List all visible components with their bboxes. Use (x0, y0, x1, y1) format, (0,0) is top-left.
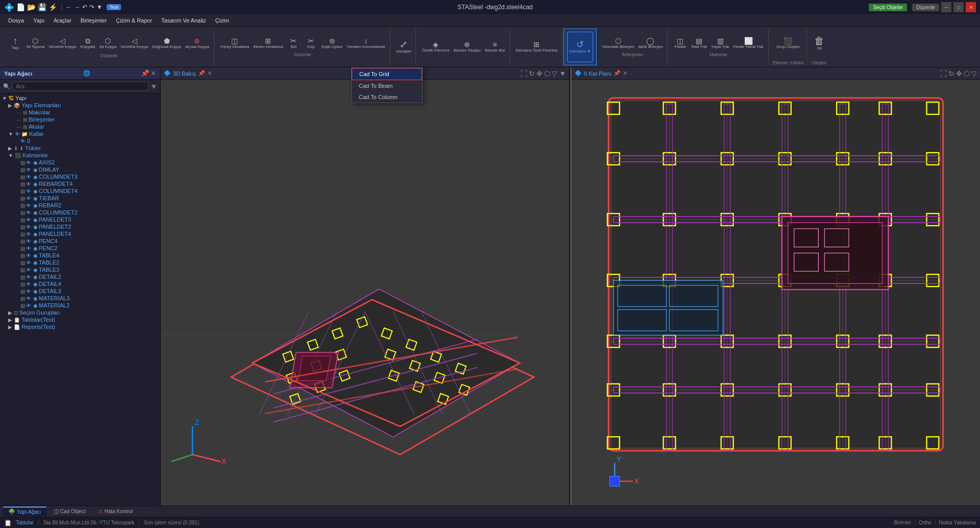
vp2d-filter[interactable]: ▽ (971, 69, 977, 78)
tree-layer-table4[interactable]: ▤ 👁 ◉ TABLE4 (0, 252, 160, 259)
tree-item-makrolar[interactable]: — ⊞ Makrolar (0, 109, 160, 116)
tb-simetrik-kopya2[interactable]: ◁ Simetrik Kopya (119, 36, 150, 50)
search-dropdown-button[interactable]: ▼ (151, 83, 157, 90)
tb-3dtasima[interactable]: ⬡ 3d Taşıma (24, 36, 46, 50)
tree-layer-material3[interactable]: ▤ 👁 ◉ MATERIAL3 (0, 295, 160, 302)
canvas-2d[interactable]: Y X (572, 80, 980, 506)
tree-item-katmanlar[interactable]: ▼ ⬛ Katmanlar (0, 152, 160, 159)
tb-donustur[interactable]: ↺ Dönüştür ▼ (567, 32, 593, 62)
tree-item-tablolar[interactable]: ▶ 📋 Tablolar(Test) (0, 316, 160, 323)
tree-layer-tiebar[interactable]: ▤ 👁 ◉ TIEBAR (0, 195, 160, 202)
tree-layer-paneldet3[interactable]: ▤ 👁 ◉ PANELDET3 (0, 216, 160, 223)
viewport-3d-pin[interactable]: 📌 (198, 70, 205, 77)
close-button[interactable]: ✕ (966, 2, 976, 12)
tree-layer-paneldet2[interactable]: ▤ 👁 ◉ PANELDET2 (0, 223, 160, 230)
tree-item-yapi-elemanlari[interactable]: ▶ 📦 Yapı Elemanları (0, 102, 160, 109)
tb-yuzey-hizalama[interactable]: ◫ Yüzey Hizalama (218, 36, 251, 50)
tree-layer-rebar2[interactable]: ▤ 👁 ◉ REBAR2 (0, 202, 160, 209)
tree-layer-dimlay[interactable]: ▤ 👁 ◉ DIMLAY (0, 166, 160, 173)
tree-layer-penc2[interactable]: ▤ 👁 ◉ PENC2 (0, 245, 160, 252)
seciobje-button[interactable]: Seçili Objeler (869, 4, 907, 11)
vp3d-cube[interactable]: ⬡ (544, 69, 550, 78)
tb-benzer-bul[interactable]: ≡ Benzer Bul (483, 40, 506, 54)
viewport-2d[interactable]: 🔷 0 Kat Planı 📌 ✕ ⛶ ↻ ✥ ⬡ ▽ (572, 67, 980, 506)
menu-birlesimler[interactable]: Birleşimler (77, 16, 111, 25)
tree-layer-axis2[interactable]: ▤ 👁 ◉ AXIS2 (0, 159, 160, 166)
sidebar-pin-button[interactable]: 📌 (141, 69, 150, 77)
tb-yeniden-konum[interactable]: ↕ Yeniden Konumlandır (345, 36, 387, 50)
tb-genislet[interactable]: ⤢ Genişlet (395, 32, 412, 62)
tab-yapi-agaci[interactable]: 🌳 Yapı Ağacı (3, 507, 46, 516)
tree-layer-material2[interactable]: ▤ 👁 ◉ MATERIAL2 (0, 302, 160, 309)
tree-item-birlesimler[interactable]: — ⊞ Birleşimler (0, 116, 160, 123)
tb-eksen-hizalama[interactable]: ⊞ Eksen Hizalama (252, 36, 285, 50)
tree-layer-table3[interactable]: ▤ 👁 ◉ TABLE3 (0, 266, 160, 273)
tb-kopya[interactable]: ⧉ Kopyala (79, 36, 97, 50)
viewport-2d-close[interactable]: ✕ (623, 70, 627, 77)
vp2d-orbit[interactable]: ↻ (948, 69, 954, 78)
tb-akilli-birlesim[interactable]: ◯ Akıllı Birleşim (636, 36, 664, 50)
tb-elemane-ozel[interactable]: ⊞ Elemane Özel Pencere (514, 32, 559, 62)
tb-perde-yanal[interactable]: ⬜ Perde Yanal Yük (732, 36, 765, 50)
tb-tekil-yuk[interactable]: ▤ Tekil Yük (689, 36, 708, 50)
tree-item-yukler[interactable]: ▶ ⬇ ⬇ Yükler (0, 145, 160, 152)
menu-yapi[interactable]: Yapı (29, 16, 48, 25)
tree-item-secim-gurup[interactable]: ▶ ⊡ Seçim Gurupları (0, 309, 160, 316)
vp2d-fullscreen[interactable]: ⛶ (940, 69, 947, 78)
tb-yayik-yuk[interactable]: ▥ Yayık Yük (709, 36, 730, 50)
menu-item-cad-to-beam[interactable]: Cad To Beam (352, 80, 422, 91)
tb-benzer-olustur[interactable]: ⊕ Benzer Oluştur (452, 40, 482, 54)
tree-layer-columndet4[interactable]: ▤ 👁 ◉ COLUMNDET4 (0, 187, 160, 195)
viewport-2d-pin[interactable]: 📌 (614, 70, 621, 77)
vp3d-fullscreen[interactable]: ⛶ (520, 69, 527, 78)
menu-araclar[interactable]: Araçlar (50, 16, 76, 25)
canvas-3d[interactable]: aks a çevrilmek istenen çizigi veya çizg… (161, 80, 569, 506)
tree-layer-detail4[interactable]: ▤ 👁 ◉ DETAIL4 (0, 280, 160, 287)
tb-eslik-uydur[interactable]: ⊜ Eşlik Uydur (320, 36, 344, 50)
duzenle-button[interactable]: Düzenle (912, 4, 939, 11)
vp3d-pan[interactable]: ✥ (536, 69, 543, 78)
sidebar-close-button[interactable]: ✕ (151, 69, 156, 77)
tb-simetrik-kopya[interactable]: ◁ Simetrik Kopya (47, 36, 78, 50)
menu-tasarim[interactable]: Tasarım Ve Analiz (157, 16, 210, 25)
tree-layer-rebardet4[interactable]: ▤ 👁 ◉ REBARDET4 (0, 180, 160, 187)
viewport-3d[interactable]: 🔷 3D Bakış 📌 ✕ ⛶ ↻ ✥ ⬡ ▽ ▼ aks a çevrilm… (161, 67, 570, 506)
tb-dogsal-kopya[interactable]: ⬟ Doğrusal Kopya (151, 36, 183, 50)
tree-layer-paneldet4[interactable]: ▤ 👁 ◉ PANELDET4 (0, 230, 160, 237)
tb-bol[interactable]: ✂ Böl (285, 36, 302, 50)
tb-3dkopya[interactable]: ⬡ 3d Kopya (97, 36, 118, 50)
vp3d-more[interactable]: ▼ (559, 69, 566, 78)
tb-otomatik-birlesim[interactable]: ⬡ Otomatik Birleşim (601, 36, 636, 50)
tree-layer-detail2[interactable]: ▤ 👁 ◉ DETAIL2 (0, 273, 160, 280)
tree-item-katlar[interactable]: ▼ 👁 📁 Katlar (0, 130, 160, 137)
tree-item-yapi[interactable]: ▼ 🏗 Yapı (0, 94, 160, 102)
menu-cizim-rapor[interactable]: Çizim & Rapor (112, 16, 156, 25)
menu-cizim[interactable]: Çizim (211, 16, 234, 25)
tree-layer-detail3[interactable]: ▤ 👁 ◉ DETAIL3 (0, 287, 160, 295)
tb-sil[interactable]: 🗑 Sil (811, 29, 827, 58)
vp3d-filter[interactable]: ▽ (552, 69, 557, 78)
tree-item-reports[interactable]: ▶ 📄 Reports(Test) (0, 323, 160, 330)
vp2d-cube[interactable]: ⬡ (964, 69, 970, 78)
tb-ozelik[interactable]: ◈ Özelik Pencere (420, 40, 451, 54)
viewport-3d-close[interactable]: ✕ (207, 70, 212, 77)
tree-layer-columndet3[interactable]: ▤ 👁 ◉ COLUMNDET3 (0, 173, 160, 180)
minimize-button[interactable]: ─ (941, 2, 951, 12)
menu-item-cad-to-grid[interactable]: Cad To Grid (352, 68, 422, 80)
maximize-button[interactable]: □ (953, 2, 964, 12)
tree-layer-columndet2[interactable]: ▤ 👁 ◉ COLUMNDET2 (0, 209, 160, 216)
menu-item-cad-to-column[interactable]: Cad To Column (352, 91, 422, 103)
vp3d-orbit[interactable]: ↻ (529, 69, 535, 78)
tab-hata-kontrol[interactable]: ⚠ Hata Kontrol (93, 507, 138, 516)
tb-grup-olustur[interactable]: ⬛ Grup Oluştur (775, 29, 801, 58)
menu-dosya[interactable]: Dosya (4, 16, 28, 25)
vp2d-pan[interactable]: ✥ (956, 69, 962, 78)
tb-tasi[interactable]: ↑ Taşı (7, 35, 23, 51)
tree-item-akslar[interactable]: — ⊞ Akslar (0, 123, 160, 130)
tb-acisal-kopya[interactable]: ⊕ Açısal Kopya (184, 36, 211, 50)
tab-cad-object[interactable]: ◫ Cad Object (48, 507, 91, 516)
search-input[interactable] (12, 82, 149, 91)
tree-layer-penc4[interactable]: ▤ 👁 ◉ PENC4 (0, 237, 160, 245)
tree-layer-table2[interactable]: ▤ 👁 ◉ TABLE2 (0, 259, 160, 266)
tb-kirp[interactable]: ✂ Kırp (303, 36, 319, 50)
